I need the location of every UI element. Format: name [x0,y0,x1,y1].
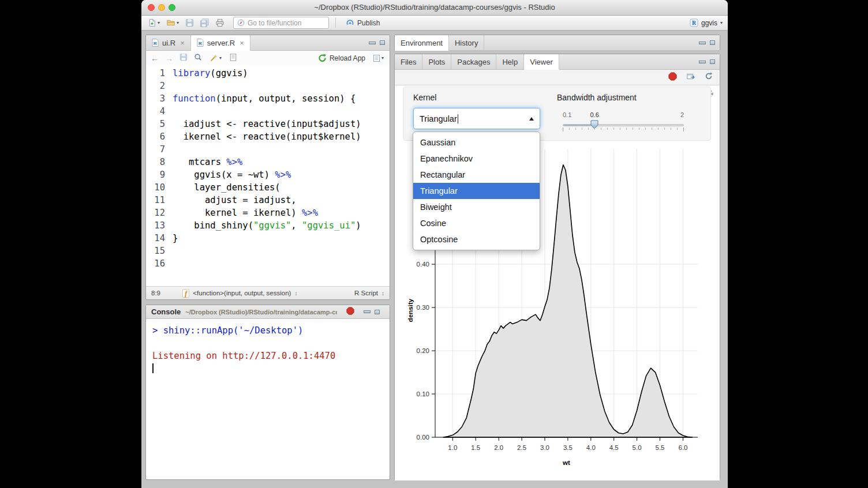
goto-file-input[interactable]: Go to file/function [233,17,329,29]
back-icon[interactable]: ← [151,54,159,63]
minimize-pane-icon[interactable] [699,61,706,63]
minimize-pane-icon[interactable] [369,42,376,44]
forward-icon[interactable]: → [165,54,173,63]
code-line[interactable]: 12 kernel = ikernel) %>% [146,207,390,219]
slider-tick [652,127,652,130]
code-line[interactable]: 16 [146,257,390,270]
minimize-pane-icon[interactable] [699,42,706,44]
stop-app-icon[interactable] [668,72,677,83]
kernel-select[interactable]: Triangular [413,108,540,129]
publish-icon [346,18,354,27]
code-line[interactable]: 13 bind_shiny("ggvis", "ggvis_ui") [146,219,390,232]
maximize-pane-icon[interactable] [710,40,715,45]
tab-files[interactable]: Files [395,54,422,69]
titlebar[interactable]: ~/Dropbox (RStudio)/RStudio/training/dat… [141,0,728,16]
compile-notebook-icon[interactable] [229,53,237,63]
svg-text:1.5: 1.5 [471,444,480,451]
slider-ticks [563,127,684,132]
svg-text:2.5: 2.5 [517,444,526,451]
kernel-option-biweight[interactable]: Biweight [413,199,540,215]
svg-text:0.10: 0.10 [417,391,429,397]
code-line[interactable]: 4 [146,105,390,118]
code-line[interactable]: 15 [146,245,390,257]
kernel-option-triangular[interactable]: Triangular [413,183,540,199]
project-menu-button[interactable]: R ggvis ▾ [690,18,723,27]
tab-server-r[interactable]: R server.R × [191,35,250,51]
open-file-button[interactable]: ▾ [165,18,180,28]
kernel-option-epanechnikov[interactable]: Epanechnikov [413,151,540,167]
code-tools-button[interactable]: ▾ [208,53,223,63]
open-in-new-window-icon[interactable] [686,72,695,83]
code-editor[interactable]: 1library(ggvis)2 3function(input, output… [146,65,390,287]
svg-text:2.0: 2.0 [494,444,503,451]
kernel-option-gaussian[interactable]: Gaussian [413,134,540,151]
viewer-toolbar [395,70,720,85]
minimize-window-button[interactable] [158,4,165,11]
scope-indicator[interactable]: <function>(input, output, session) [193,290,291,296]
line-content: bind_shiny("ggvis", "ggvis_ui") [173,219,361,232]
save-button[interactable] [184,18,195,28]
close-tab-icon[interactable]: × [240,39,244,47]
code-line[interactable]: 9 ggvis(x = ~wt) %>% [146,168,390,181]
zoom-window-button[interactable] [169,4,175,11]
code-line[interactable]: 14} [146,232,390,245]
code-line[interactable]: 2 [146,80,390,92]
print-button[interactable] [214,18,226,28]
tab-viewer[interactable]: Viewer [524,54,559,70]
code-line[interactable]: 1library(ggvis) [146,67,390,80]
open-folder-icon [166,18,175,27]
slider-value-label: 0.6 [590,111,599,118]
slider-min-label: 0.1 [563,111,571,118]
slider-track[interactable] [563,124,684,126]
publish-button[interactable]: Publish [346,18,380,27]
maximize-pane-icon[interactable] [710,59,715,64]
save-source-icon[interactable] [179,53,188,63]
source-menu-icon [373,54,380,62]
stop-execution-icon[interactable] [346,307,354,317]
new-file-button[interactable]: ▾ [147,18,161,28]
find-replace-icon[interactable] [194,53,202,63]
kernel-option-cosine[interactable]: Cosine [413,215,540,231]
tab-ui-r[interactable]: R ui.R × [146,35,191,50]
tab-help[interactable]: Help [496,54,524,69]
tab-label: ui.R [162,39,175,47]
code-line[interactable]: 11 adjust = iadjust, [146,194,390,207]
svg-text:3.0: 3.0 [540,444,549,451]
kernel-option-rectangular[interactable]: Rectangular [413,167,540,183]
kernel-option-optcosine[interactable]: Optcosine [413,231,540,247]
tab-packages[interactable]: Packages [451,54,496,69]
console[interactable]: > shiny::runApp('~/Desktop') Listening o… [146,319,390,378]
goto-placeholder: Go to file/function [248,19,301,27]
tab-environment[interactable]: Environment [395,35,449,51]
shiny-app-view: Kernel Triangular Bandwidth adjustment 0… [395,85,720,481]
code-line[interactable]: 5 iadjust <- reactive(input$adjust) [146,118,390,130]
code-line[interactable]: 6 ikernel <- reactive(input$kernel) [146,130,390,143]
code-line[interactable]: 7 [146,143,390,156]
save-all-button[interactable] [199,18,210,28]
line-content: ikernel <- reactive(input$kernel) [173,130,361,143]
code-line[interactable]: 10 layer_densities( [146,181,390,194]
reload-app-button[interactable]: Reload App [318,54,365,62]
line-content: } [173,232,178,245]
line-number: 14 [146,232,173,245]
maximize-pane-icon[interactable] [380,40,385,45]
line-number: 3 [146,92,173,105]
source-menu-button[interactable]: ▾ [372,54,385,63]
tab-plots[interactable]: Plots [422,54,451,69]
line-content: iadjust <- reactive(input$adjust) [173,118,361,130]
console-title[interactable]: Console [151,307,181,316]
slider-tick [575,127,576,130]
document-type-selector[interactable]: R Script [354,290,378,296]
code-line[interactable]: 3function(input, output, session) { [146,92,390,105]
minimize-pane-icon[interactable] [364,310,371,313]
close-window-button[interactable] [148,4,155,11]
code-line[interactable]: 8 mtcars %>% [146,156,390,168]
line-number: 10 [146,181,173,194]
bandwidth-slider[interactable]: 0.1 0.6 2 [563,111,684,137]
close-tab-icon[interactable]: × [180,39,185,47]
refresh-viewer-icon[interactable] [705,72,713,82]
console-line: Listening on http://127.0.0.1:4470 [152,350,383,362]
environment-tabbar: Environment History [395,35,720,51]
tab-history[interactable]: History [449,35,484,50]
maximize-pane-icon[interactable] [375,310,380,314]
